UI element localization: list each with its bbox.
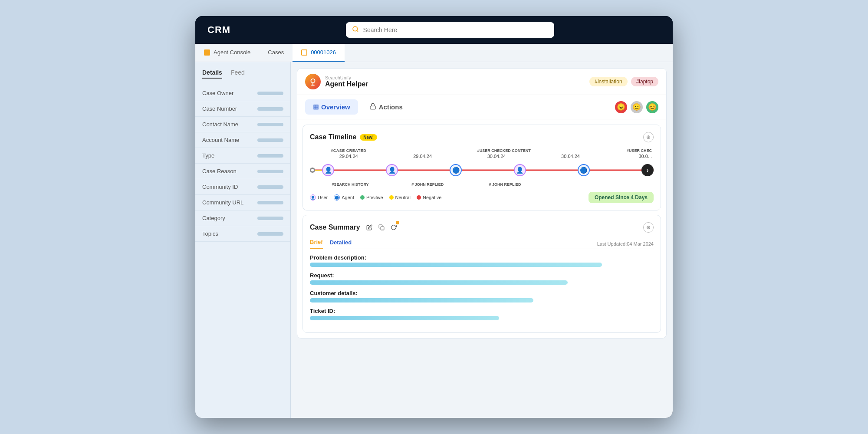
case-number-icon	[301, 49, 307, 56]
legend-negative: Negative	[417, 195, 441, 200]
tab-case-number-label: 00001026	[311, 49, 336, 56]
legend-negative-dot	[417, 195, 421, 200]
legend-positive-dot	[360, 195, 365, 200]
svg-rect-2	[370, 106, 375, 109]
field-bar-contact-name	[257, 123, 283, 126]
nav-tab-overview-label: Overview	[321, 103, 350, 111]
sub-label-john-replied-2: # JOHN REPLIED	[466, 182, 543, 187]
timeline-agent-node-2: 🔵	[578, 164, 590, 176]
customer-details-bar	[310, 298, 533, 302]
legend-neutral: Neutral	[389, 195, 411, 200]
sub-label-search-history: #SEARCH HISTORY	[312, 182, 389, 187]
timeline-agent-node-1: 🔵	[450, 164, 462, 176]
customer-details-label: Customer details:	[310, 290, 654, 296]
summary-field-ticket-id: Ticket ID:	[310, 308, 654, 320]
topbar: CRM	[195, 16, 673, 44]
timeline-user-node-3: 👤	[514, 164, 526, 176]
case-timeline-title: Case Timeline New!	[310, 133, 377, 141]
nav-tabs: ⊞ Overview Actions	[305, 99, 411, 115]
timeline-zoom-icon[interactable]: ⊕	[643, 132, 654, 142]
summary-tab-detailed[interactable]: Detailed	[330, 239, 352, 248]
tab-case-number[interactable]: 00001026	[293, 44, 345, 62]
tab-cases[interactable]: Cases	[259, 44, 293, 62]
right-panel: SearchUnify Agent Helper #installation #…	[291, 62, 673, 418]
search-container	[346, 22, 554, 38]
field-bar-type	[257, 154, 283, 158]
agent-helper-name: Agent Helper	[325, 80, 368, 88]
tag-installation[interactable]: #installation	[589, 77, 627, 86]
agent-helper-header: SearchUnify Agent Helper #installation #…	[297, 69, 666, 95]
agent-console-icon	[204, 49, 210, 56]
field-label-community-id: Community ID	[202, 184, 238, 190]
field-bar-community-id	[257, 185, 283, 189]
tab-cases-label: Cases	[268, 49, 284, 56]
nav-tabs-row: ⊞ Overview Actions	[297, 95, 666, 119]
timeline-next-arrow[interactable]: ›	[641, 164, 654, 176]
field-row-account-name: Account Name	[195, 132, 290, 148]
summary-field-request: Request:	[310, 272, 654, 285]
overview-grid-icon: ⊞	[313, 103, 319, 111]
svg-point-1	[311, 79, 315, 83]
legend-items: 👤 User 🔵 Agent Positive	[310, 194, 441, 201]
timeline-start-dot	[310, 168, 315, 173]
legend-user-label: User	[318, 195, 328, 200]
timeline-track: 👤 👤 🔵 👤 🔵	[310, 161, 654, 179]
sentiment-negative-icon: 😠	[615, 101, 627, 113]
refresh-icon-container	[389, 223, 399, 232]
ticket-id-label: Ticket ID:	[310, 308, 654, 314]
legend-agent-label: Agent	[342, 195, 354, 200]
sidebar: Details Feed Case Owner Case Number Cont…	[195, 62, 291, 418]
field-row-topics: Topics	[195, 226, 290, 242]
field-label-community-url: Community URL	[202, 199, 243, 206]
timeline-line	[310, 170, 654, 171]
summary-zoom-icon[interactable]: ⊕	[643, 222, 654, 233]
last-updated: Last Updated:04 Mar 2024	[597, 241, 654, 247]
ticket-id-bar	[310, 316, 499, 320]
field-bar-account-name	[257, 138, 283, 142]
field-row-case-number: Case Number	[195, 101, 290, 117]
timeline-user-node-1: 👤	[322, 164, 334, 176]
sidebar-tab-feed[interactable]: Feed	[231, 69, 245, 79]
app-title: CRM	[207, 24, 230, 36]
summary-action-icons	[365, 223, 399, 232]
field-row-contact-name: Contact Name	[195, 117, 290, 132]
date-3: 30.04.24	[460, 154, 533, 159]
nav-tab-overview[interactable]: ⊞ Overview	[305, 99, 358, 115]
main-content: Details Feed Case Owner Case Number Cont…	[195, 62, 673, 418]
tag-laptop[interactable]: #laptop	[631, 77, 658, 86]
case-summary-title: Case Summary	[310, 224, 360, 231]
edit-icon-btn[interactable]	[365, 223, 374, 232]
crm-window: CRM Agent Console Cases 00001026	[195, 16, 673, 418]
field-label-case-owner: Case Owner	[202, 90, 233, 96]
agent-helper-logo	[305, 74, 321, 89]
field-bar-case-number	[257, 107, 283, 111]
new-badge: New!	[360, 134, 377, 141]
field-row-case-owner: Case Owner	[195, 85, 290, 101]
request-label: Request:	[310, 272, 654, 279]
svg-rect-3	[381, 227, 384, 230]
legend-neutral-label: Neutral	[395, 195, 411, 200]
legend-positive: Positive	[360, 195, 383, 200]
field-label-contact-name: Contact Name	[202, 121, 238, 128]
sentiment-neutral-icon: 😐	[631, 101, 643, 113]
copy-icon-btn[interactable]	[377, 223, 386, 232]
agent-helper-brand: SearchUnify Agent Helper	[305, 74, 368, 89]
agent-helper-text-block: SearchUnify Agent Helper	[325, 75, 368, 88]
field-row-case-reason: Case Reason	[195, 164, 290, 179]
field-bar-topics	[257, 232, 283, 236]
sidebar-tab-details[interactable]: Details	[202, 69, 222, 79]
nav-tab-actions[interactable]: Actions	[362, 99, 411, 115]
case-timeline-card: Case Timeline New! ⊕ #CASE CREATED	[302, 125, 661, 210]
tabbar: Agent Console Cases 00001026	[195, 44, 673, 62]
field-label-case-number: Case Number	[202, 105, 237, 112]
field-label-topics: Topics	[202, 230, 218, 237]
field-bar-case-reason	[257, 170, 283, 173]
summary-tabs-row: Brief Detailed Last Updated:04 Mar 2024	[310, 239, 654, 249]
refresh-badge-dot	[396, 221, 399, 224]
field-row-category: Category	[195, 210, 290, 226]
summary-header-left: Case Summary	[310, 223, 399, 232]
search-input[interactable]	[363, 26, 548, 33]
actions-lock-icon	[369, 103, 376, 111]
summary-tab-brief[interactable]: Brief	[310, 239, 323, 249]
tab-agent-console[interactable]: Agent Console	[195, 44, 259, 62]
